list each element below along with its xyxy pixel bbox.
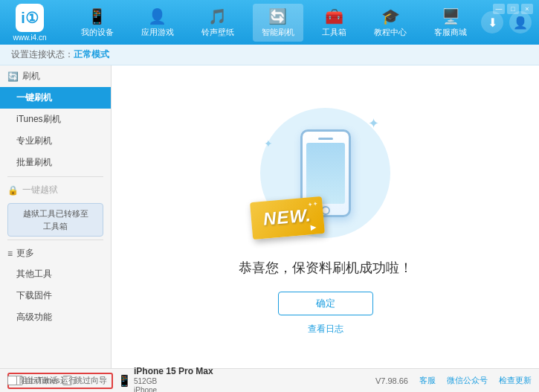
nav-apps-icon: 👤 (148, 7, 167, 25)
other-tools-label: 其他工具 (16, 268, 52, 280)
batch-label: 批量刷机 (16, 156, 52, 169)
itunes-label: iTunes刷机 (16, 113, 61, 126)
nav-apps-label: 应用游戏 (141, 27, 174, 38)
view-log-link[interactable]: 查看日志 (308, 323, 343, 335)
nav-smart-flash[interactable]: 🔄 智能刷机 (253, 4, 303, 42)
status-prefix: 设置连接状态： (11, 48, 74, 61)
more-section-label: 更多 (16, 247, 34, 260)
sidebar: 🔄 刷机 一键刷机 iTunes刷机 专业刷机 批量刷机 🔒 一键越狱 越狱工具… (0, 65, 112, 368)
success-message: 恭喜您，保资料刷机成功啦！ (239, 259, 413, 277)
new-badge-arrow: ▶ (310, 222, 317, 231)
device-details: iPhone 15 Pro Max 512GB iPhone (134, 366, 213, 392)
nav-smart-flash-icon: 🔄 (268, 7, 287, 25)
nav-toolbox-icon: 🧰 (325, 7, 343, 25)
new-badge-text: NEW. (262, 205, 312, 230)
minimize-button[interactable]: — (493, 4, 505, 14)
nav-tutorials[interactable]: 🎓 教程中心 (365, 4, 416, 42)
nav-ringtones[interactable]: 🎵 铃声壁纸 (193, 4, 243, 42)
flash-section-icon: 🔄 (7, 71, 19, 82)
nav-bar: 📱 我的设备 👤 应用游戏 🎵 铃声壁纸 🔄 智能刷机 🧰 工具箱 🎓 教程中心… (67, 4, 481, 42)
sidebar-toolbox-notice: 越狱工具已转移至工具箱 (7, 203, 103, 237)
maximize-button[interactable]: □ (507, 4, 519, 14)
nav-ringtones-label: 铃声壁纸 (201, 27, 234, 38)
sidebar-section-more: ≡ 更多 (0, 243, 111, 263)
sparkle-icon-1: ✦ (368, 115, 379, 132)
download-button[interactable]: ⬇ (481, 11, 503, 33)
jailbreak-label: 一键越狱 (22, 184, 58, 196)
new-badge: NEW. ✦✦ ▶ (250, 196, 325, 239)
status-bar: 设置连接状态： 正常模式 (0, 45, 539, 65)
phone-illustration: ✦ ✦ NEW. ✦✦ ▶ (244, 99, 407, 248)
logo-text: www.i4.cn (13, 33, 46, 42)
close-button[interactable]: × (521, 4, 533, 14)
sidebar-item-download-firmware[interactable]: 下载固件 (0, 285, 111, 306)
sidebar-item-itunes[interactable]: iTunes刷机 (0, 109, 111, 130)
topbar-right-buttons: ⬇ 👤 (481, 11, 532, 33)
sidebar-item-one-click[interactable]: 一键刷机 (0, 87, 111, 109)
user-button[interactable]: 👤 (509, 11, 532, 33)
nav-my-devices-icon: 📱 (88, 7, 106, 25)
sidebar-item-advanced[interactable]: 高级功能 (0, 306, 111, 328)
customer-service-link[interactable]: 客服 (419, 375, 436, 386)
sidebar-disabled-jailbreak: 🔒 一键越狱 (0, 180, 111, 200)
check-update-link[interactable]: 检查更新 (499, 375, 532, 386)
sidebar-section-flash: 🔄 刷机 (0, 65, 111, 87)
nav-toolbox[interactable]: 🧰 工具箱 (313, 4, 355, 42)
sidebar-item-pro[interactable]: 专业刷机 (0, 130, 111, 152)
download-firmware-label: 下载固件 (16, 289, 52, 302)
device-type-label: iPhone (134, 386, 213, 392)
nav-my-devices-label: 我的设备 (81, 27, 114, 38)
new-badge-stars: ✦✦ (307, 200, 318, 208)
nav-toolbox-label: 工具箱 (322, 27, 346, 38)
window-controls: — □ × (493, 4, 533, 14)
confirm-button[interactable]: 确定 (278, 292, 373, 315)
nav-tutorials-label: 教程中心 (374, 27, 407, 38)
flash-section-label: 刷机 (22, 70, 40, 83)
auto-guide-label: 跳过向导 (74, 375, 107, 386)
jailbreak-icon: 🔒 (7, 185, 19, 196)
nav-ringtones-icon: 🎵 (208, 7, 227, 25)
nav-service-icon: 🖥️ (442, 7, 460, 25)
sidebar-item-other-tools[interactable]: 其他工具 (0, 263, 111, 285)
nav-service-label: 客服商城 (434, 27, 467, 38)
itunes-checkbox[interactable] (7, 376, 17, 385)
device-storage-label: 512GB (134, 377, 213, 386)
phone-speaker (318, 138, 333, 140)
phone-screen (306, 143, 345, 204)
itunes-label: 阻止iTunes运行 (19, 375, 77, 386)
device-phone-icon: 📱 (117, 374, 132, 388)
device-name-label: iPhone 15 Pro Max (134, 366, 213, 376)
status-value: 正常模式 (74, 48, 109, 61)
bottom-right: V7.98.66 客服 微信公众号 检查更新 (375, 375, 532, 386)
wechat-link[interactable]: 微信公众号 (447, 375, 488, 386)
version-label: V7.98.66 (375, 376, 408, 385)
bottom-bar: 自动激活 跳过向导 📱 iPhone 15 Pro Max 512GB iPho… (0, 368, 539, 392)
nav-smart-flash-label: 智能刷机 (262, 27, 294, 38)
nav-my-devices[interactable]: 📱 我的设备 (72, 4, 123, 42)
device-info-block: 📱 iPhone 15 Pro Max 512GB iPhone (117, 366, 213, 392)
nav-apps-games[interactable]: 👤 应用游戏 (132, 4, 183, 42)
one-click-label: 一键刷机 (16, 91, 52, 104)
nav-tutorials-icon: 🎓 (381, 7, 400, 25)
advanced-label: 高级功能 (16, 311, 52, 324)
nav-service[interactable]: 🖥️ 客服商城 (425, 4, 476, 42)
main-content: ✦ ✦ NEW. ✦✦ ▶ 恭喜您，保资料刷机成功啦！ 确定 查看日志 (112, 65, 539, 368)
sparkle-icon-2: ✦ (264, 138, 273, 150)
logo: i① www.i4.cn (7, 4, 52, 42)
more-section-icon: ≡ (7, 248, 13, 259)
itunes-row: 阻止iTunes运行 (7, 375, 77, 386)
sidebar-item-batch[interactable]: 批量刷机 (0, 152, 111, 173)
pro-label: 专业刷机 (16, 135, 52, 147)
